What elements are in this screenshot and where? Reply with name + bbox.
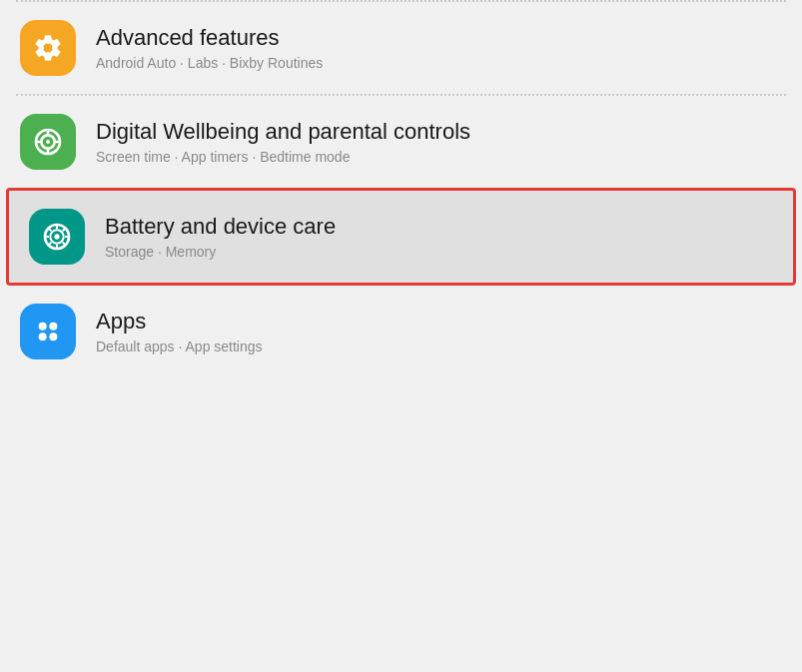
digital-wellbeing-title: Digital Wellbeing and parental controls (96, 119, 470, 145)
svg-point-2 (46, 140, 50, 144)
advanced-features-icon-wrapper (20, 20, 76, 76)
svg-point-6 (39, 323, 47, 331)
svg-point-7 (49, 323, 57, 331)
gear-plus-icon (32, 32, 64, 64)
advanced-features-text: Advanced features Android Auto · Labs · … (96, 25, 323, 71)
digital-wellbeing-icon-wrapper (20, 114, 76, 170)
battery-device-care-icon-wrapper (29, 209, 85, 265)
setting-item-advanced-features[interactable]: Advanced features Android Auto · Labs · … (0, 2, 802, 94)
setting-item-battery-device-care[interactable]: Battery and device care Storage · Memory (6, 188, 796, 286)
setting-item-apps[interactable]: Apps Default apps · App settings (0, 286, 802, 377)
setting-item-digital-wellbeing[interactable]: Digital Wellbeing and parental controls … (0, 96, 802, 188)
device-care-icon (41, 221, 73, 253)
digital-wellbeing-subtitle: Screen time · App timers · Bedtime mode (96, 149, 470, 165)
svg-point-9 (49, 333, 57, 340)
settings-list: Advanced features Android Auto · Labs · … (0, 0, 802, 377)
apps-icon (32, 316, 64, 347)
digital-wellbeing-text: Digital Wellbeing and parental controls … (96, 119, 470, 165)
apps-title: Apps (96, 309, 263, 335)
apps-text: Apps Default apps · App settings (96, 309, 263, 354)
battery-device-care-text: Battery and device care Storage · Memory (105, 214, 336, 260)
battery-device-care-title: Battery and device care (105, 214, 336, 240)
svg-point-8 (39, 333, 47, 340)
wellbeing-icon (32, 126, 64, 158)
apps-subtitle: Default apps · App settings (96, 338, 263, 354)
advanced-features-subtitle: Android Auto · Labs · Bixby Routines (96, 55, 323, 71)
apps-icon-wrapper (20, 304, 76, 359)
svg-point-5 (54, 234, 59, 239)
battery-device-care-subtitle: Storage · Memory (105, 244, 336, 260)
advanced-features-title: Advanced features (96, 25, 323, 51)
